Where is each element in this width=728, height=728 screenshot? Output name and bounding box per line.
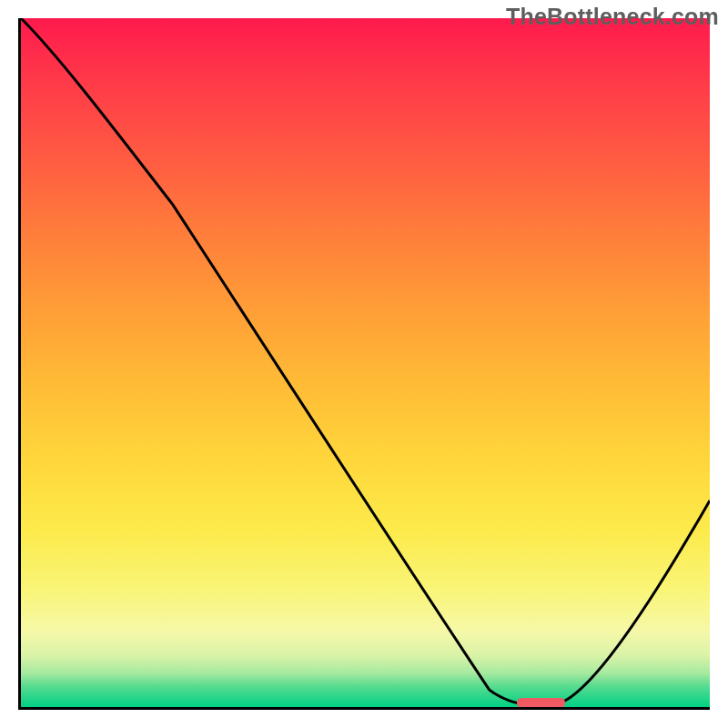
optimal-marker <box>517 698 565 707</box>
chart-container: TheBottleneck.com <box>0 0 728 728</box>
curve-svg <box>21 18 710 707</box>
plot-area <box>18 18 710 710</box>
watermark-text: TheBottleneck.com <box>506 4 719 30</box>
bottleneck-curve-path <box>21 18 710 703</box>
